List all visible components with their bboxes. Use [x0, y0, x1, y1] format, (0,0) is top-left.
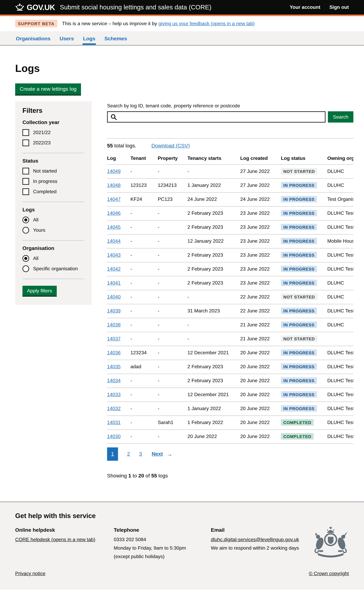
- nav-tab-logs[interactable]: Logs: [82, 36, 96, 45]
- cell-log-status: IN PROGRESS: [281, 388, 327, 402]
- cell-log-created: 23 June 2022: [240, 248, 281, 262]
- log-link-14037[interactable]: 14037: [107, 336, 121, 341]
- checkbox-collection-year-2021-22[interactable]: 2021/22: [23, 128, 84, 138]
- sign-out-link[interactable]: Sign out: [329, 5, 349, 10]
- checkbox-status-in-progress[interactable]: In progress: [23, 176, 84, 186]
- column-header-owning-organisation: Owning organisation: [327, 152, 353, 164]
- create-lettings-log-button[interactable]: Create a new lettings log: [15, 83, 81, 95]
- checkbox-collection-year-2022-23[interactable]: 2022/23: [23, 138, 84, 148]
- feedback-link[interactable]: giving us your feedback (opens in a new …: [158, 21, 255, 26]
- logs-table-wrapper: LogTenantPropertyTenancy startsLog creat…: [107, 152, 353, 444]
- log-link-14038[interactable]: 14038: [107, 322, 121, 327]
- cell-property: -: [158, 220, 188, 234]
- cell-tenancy-starts: -: [188, 332, 240, 346]
- footer-link-online-helpdesk[interactable]: CORE helpdesk (opens in a new tab): [15, 537, 95, 542]
- radio-icon[interactable]: [23, 255, 29, 262]
- log-link-14030[interactable]: 14030: [107, 434, 121, 439]
- radio-icon[interactable]: [23, 217, 29, 223]
- checkbox-icon[interactable]: [23, 168, 29, 174]
- table-row: 14042--2 February 202323 June 2022IN PRO…: [107, 262, 353, 276]
- radio-logs-all[interactable]: All: [23, 215, 84, 225]
- option-label: Completed: [33, 189, 57, 194]
- log-link-14033[interactable]: 14033: [107, 392, 121, 397]
- log-link-14045[interactable]: 14045: [107, 224, 121, 230]
- pagination-next-link[interactable]: Next: [152, 451, 163, 457]
- table-row: 14032--1 January 202220 June 2022IN PROG…: [107, 402, 353, 416]
- cell-tenancy-starts: 2 February 2023: [188, 276, 240, 290]
- pagination-current-page[interactable]: 1: [107, 447, 118, 461]
- radio-organisation-all[interactable]: All: [23, 253, 84, 264]
- cell-log-status: IN PROGRESS: [281, 192, 327, 206]
- status-badge: IN PROGRESS: [281, 363, 317, 370]
- govuk-logo[interactable]: GOV.UK: [15, 3, 55, 12]
- cell-tenancy-starts: 2 February 2023: [188, 248, 240, 262]
- main-content: Logs Create a new lettings log Filters C…: [0, 62, 364, 479]
- crown-copyright-link[interactable]: © Crown copyright: [309, 571, 349, 576]
- log-link-14040[interactable]: 14040: [107, 294, 121, 299]
- download-csv-link[interactable]: Download (CSV): [151, 143, 190, 149]
- footer-link-email[interactable]: dluhc.digital-services@levellingup.gov.u…: [211, 537, 299, 542]
- radio-icon[interactable]: [23, 227, 29, 233]
- log-link-14035[interactable]: 14035: [107, 364, 121, 369]
- cell-tenancy-starts: 20 June 2022: [188, 430, 240, 444]
- showing-summary: Showing 1 to 20 of 55 logs: [107, 473, 353, 479]
- option-label: 2021/22: [33, 130, 51, 135]
- log-link-14044[interactable]: 14044: [107, 238, 121, 244]
- your-account-link[interactable]: Your account: [290, 5, 320, 10]
- pagination-page-2[interactable]: 2: [127, 451, 130, 457]
- radio-organisation-specific-organisation[interactable]: Specific organisation: [23, 264, 84, 274]
- cell-tenancy-starts: 2 February 2023: [188, 220, 240, 234]
- cell-property: -: [158, 332, 188, 346]
- cell-log: 14041: [107, 276, 130, 290]
- nav-tab-users[interactable]: Users: [59, 36, 75, 45]
- cell-log-created: 20 June 2022: [240, 430, 281, 444]
- log-link-14039[interactable]: 14039: [107, 308, 121, 313]
- service-name[interactable]: Submit social housing lettings and sales…: [60, 4, 211, 11]
- cell-property: -: [158, 360, 188, 374]
- table-row: 14044--12 January 202223 June 2022IN PRO…: [107, 234, 353, 248]
- checkbox-icon[interactable]: [23, 188, 29, 195]
- cell-tenancy-starts: 12 December 2021: [188, 388, 240, 402]
- search-input[interactable]: [107, 111, 326, 123]
- cell-property: -: [158, 164, 188, 178]
- checkbox-icon[interactable]: [23, 178, 29, 185]
- cell-owning-organisation: DLUHC Test: [327, 346, 353, 360]
- nav-tab-schemes[interactable]: Schemes: [104, 36, 128, 45]
- privacy-notice-link[interactable]: Privacy notice: [15, 571, 45, 576]
- log-link-14036[interactable]: 14036: [107, 350, 121, 355]
- radio-logs-yours[interactable]: Yours: [23, 225, 84, 235]
- status-badge: IN PROGRESS: [281, 377, 317, 384]
- cell-owning-organisation: DLUHC: [327, 290, 353, 304]
- checkbox-icon[interactable]: [23, 139, 29, 146]
- log-link-14043[interactable]: 14043: [107, 252, 121, 257]
- cell-tenant: -: [130, 220, 158, 234]
- nav-tab-organisations[interactable]: Organisations: [15, 36, 51, 45]
- log-link-14046[interactable]: 14046: [107, 210, 121, 216]
- log-link-14032[interactable]: 14032: [107, 406, 121, 411]
- cell-property: -: [158, 248, 188, 262]
- log-link-14042[interactable]: 14042: [107, 266, 121, 271]
- search-label: Search by log ID, tenant code, property …: [107, 103, 353, 109]
- radio-icon[interactable]: [23, 266, 29, 272]
- log-link-14031[interactable]: 14031: [107, 420, 121, 425]
- log-link-14049[interactable]: 14049: [107, 169, 121, 174]
- log-link-14048[interactable]: 14048: [107, 183, 121, 188]
- footer-column-title: Email: [211, 527, 312, 533]
- log-link-14047[interactable]: 14047: [107, 197, 121, 202]
- cell-log: 14048: [107, 178, 130, 192]
- log-link-14034[interactable]: 14034: [107, 378, 121, 383]
- search-button[interactable]: Search: [328, 111, 353, 123]
- checkbox-status-not-started[interactable]: Not started: [23, 166, 84, 176]
- checkbox-status-completed[interactable]: Completed: [23, 186, 84, 197]
- pagination-page-3[interactable]: 3: [139, 451, 142, 457]
- cell-log: 14035: [107, 360, 130, 374]
- table-row: 14041--2 February 202323 June 2022IN PRO…: [107, 276, 353, 290]
- cell-tenant: -: [130, 262, 158, 276]
- cell-tenant: adad: [130, 360, 158, 374]
- apply-filters-button[interactable]: Apply filters: [23, 286, 57, 296]
- checkbox-icon[interactable]: [23, 129, 29, 136]
- cell-property: -: [158, 374, 188, 388]
- footer-line: We aim to respond within 2 working days: [211, 545, 302, 551]
- log-link-14041[interactable]: 14041: [107, 280, 121, 285]
- cell-log-created: 21 June 2022: [240, 318, 281, 332]
